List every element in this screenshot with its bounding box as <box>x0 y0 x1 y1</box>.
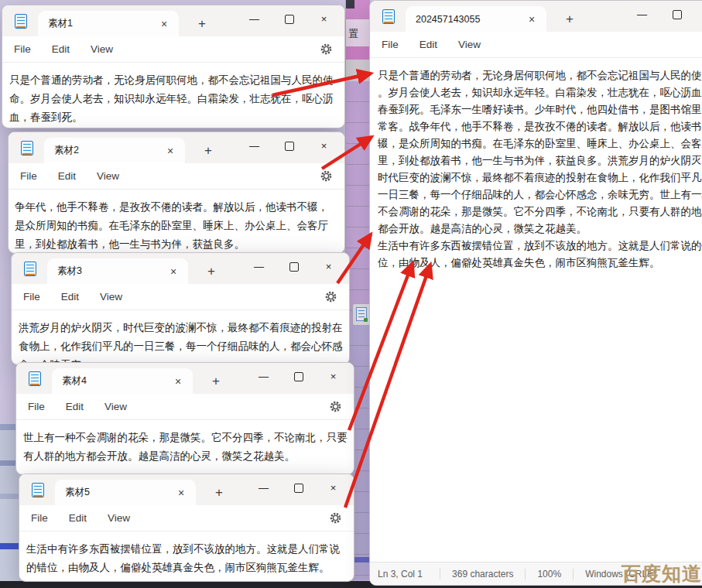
tab-bar: 素材5 × + — × <box>19 474 354 505</box>
menu-view[interactable]: View <box>458 39 481 50</box>
notepad-window-1: 素材1 × + — × File Edit View 只是个普通的劳动者，无论身… <box>2 5 345 128</box>
menu-edit[interactable]: Edit <box>61 291 79 303</box>
maximize-button[interactable] <box>276 253 311 280</box>
menu-view[interactable]: View <box>104 401 127 412</box>
maximize-button[interactable] <box>272 5 306 32</box>
window-controls: — × <box>241 253 346 280</box>
maximize-button[interactable] <box>659 1 694 28</box>
window-controls: — × <box>246 363 351 390</box>
new-tab-button[interactable]: + <box>190 11 214 36</box>
text-area[interactable]: 洪荒岁月的炉火阴灭，时代巨变的波澜不惊，最终都不着痕迹的投射在食物上，化作我们平… <box>12 310 349 365</box>
close-button[interactable]: × <box>316 363 351 390</box>
tab-title: 素材5 <box>65 486 174 499</box>
text-area[interactable]: 只是个普通的劳动者，无论身居何职何地，都不会忘记祖国与人民的使命。岁月会使人老去… <box>370 58 702 272</box>
tab[interactable]: 素材3 × <box>47 258 188 284</box>
baidu-zhidao-watermark: 百度知道 <box>622 561 702 586</box>
maximize-icon <box>673 10 682 19</box>
minimize-button[interactable]: — <box>246 363 281 390</box>
tab[interactable]: 素材1 × <box>38 11 179 36</box>
settings-gear-icon[interactable] <box>329 400 342 413</box>
text-area[interactable]: 只是个普通的劳动者，无论身居何职何地，都不会忘记祖国与人民的使命。岁月会使人老去… <box>2 63 344 127</box>
maximize-icon <box>294 484 303 493</box>
menu-file[interactable]: File <box>31 512 48 524</box>
merged-paragraph: 只是个普通的劳动者，无论身居何职何地，都不会忘记祖国与人民的使命。岁月会使人老去… <box>378 67 702 238</box>
new-tab-button[interactable]: + <box>197 138 220 163</box>
close-button[interactable]: × <box>306 132 341 159</box>
menu-view[interactable]: View <box>91 43 113 55</box>
new-tab-button[interactable]: + <box>558 6 581 32</box>
menu-bar: File Edit View <box>2 36 344 63</box>
tab-bar: 素材3 × + — × <box>12 253 349 284</box>
menu-bar: File Edit View <box>370 32 702 58</box>
close-button[interactable]: × <box>316 474 351 501</box>
tab-bar: 素材1 × + — × <box>2 5 344 36</box>
menu-file[interactable]: File <box>28 401 45 412</box>
text-area[interactable]: 争年代，他手不释卷，是孜孜不倦的读者。解放以后，他读书不辍，是众所周知的书痴。在… <box>9 190 344 254</box>
new-tab-button[interactable]: + <box>204 368 228 394</box>
new-tab-button[interactable]: + <box>207 480 231 505</box>
menu-view[interactable]: View <box>108 512 130 524</box>
status-zoom-level[interactable]: 100% <box>525 569 573 579</box>
maximize-icon <box>285 15 294 24</box>
notepad-icon <box>21 141 33 156</box>
document-icon <box>356 307 367 321</box>
tab[interactable]: 202457143055 × <box>406 6 546 32</box>
maximize-icon <box>289 262 299 272</box>
text-area[interactable]: 生活中有许多东西被摆错位置，放到不该放的地方。这就是人们常说的错位，由物及人，偏… <box>19 532 354 577</box>
tab[interactable]: 素材2 × <box>44 138 185 163</box>
minimize-button[interactable]: — <box>237 132 272 159</box>
menu-view[interactable]: View <box>97 170 119 182</box>
menu-bar: File Edit View <box>9 163 344 190</box>
notepad-icon <box>32 483 44 497</box>
settings-gear-icon[interactable] <box>320 43 333 56</box>
menu-view[interactable]: View <box>100 291 122 303</box>
minimize-button[interactable]: — <box>246 474 281 501</box>
tab-title: 素材3 <box>57 265 166 278</box>
menu-edit[interactable]: Edit <box>58 170 76 182</box>
menu-file[interactable]: File <box>20 170 37 182</box>
window-controls: — × <box>246 474 351 501</box>
menu-file[interactable]: File <box>382 39 399 50</box>
tab-close-icon[interactable]: × <box>157 18 171 30</box>
menu-edit[interactable]: Edit <box>66 401 84 412</box>
notepad-icon <box>382 9 395 24</box>
minimize-button[interactable]: — <box>241 253 276 280</box>
maximize-button[interactable] <box>281 363 316 390</box>
notepad-window-merged: 202457143055 × + — × File Edit View 只是个普… <box>369 0 702 586</box>
tab[interactable]: 素材4 × <box>52 368 193 394</box>
menu-file[interactable]: File <box>14 43 31 55</box>
menu-bar: File Edit View <box>12 284 349 310</box>
menu-bar: File Edit View <box>19 505 354 532</box>
settings-gear-icon[interactable] <box>329 511 342 525</box>
status-cursor-position: Ln 3, Col 1 <box>370 569 440 579</box>
tab-bar: 202457143055 × + — × <box>370 1 702 32</box>
menu-edit[interactable]: Edit <box>52 43 70 55</box>
tab-close-icon[interactable]: × <box>525 13 539 26</box>
minimize-button[interactable]: — <box>237 5 272 32</box>
menu-file[interactable]: File <box>23 291 40 303</box>
new-tab-button[interactable]: + <box>200 258 223 284</box>
tab-title: 素材4 <box>62 374 171 388</box>
spreadsheet-cell <box>346 60 370 82</box>
text-area[interactable]: 世上有一种不会凋谢的花朵，那是微笑。它不分四季，不论南北，只要有人群的地方都会开… <box>16 420 354 466</box>
close-button[interactable]: × <box>311 253 346 280</box>
window-controls: — × <box>237 132 341 159</box>
tab-close-icon[interactable]: × <box>163 145 177 157</box>
tab-close-icon[interactable]: × <box>174 487 188 499</box>
tab-close-icon[interactable]: × <box>171 375 185 388</box>
close-button[interactable]: × <box>306 5 341 32</box>
settings-gear-icon[interactable] <box>324 290 337 303</box>
spreadsheet-cell-label: 置 <box>346 19 370 46</box>
menu-edit[interactable]: Edit <box>419 39 437 50</box>
maximize-button[interactable] <box>272 132 306 159</box>
menu-edit[interactable]: Edit <box>69 512 87 524</box>
tab-close-icon[interactable]: × <box>166 265 180 278</box>
spreadsheet-cell <box>346 46 370 60</box>
tab[interactable]: 素材5 × <box>55 480 196 505</box>
maximize-button[interactable] <box>281 474 316 501</box>
close-button[interactable]: × <box>694 1 702 28</box>
notepad-window-3: 素材3 × + — × File Edit View 洪荒岁月的炉火阴灭，时代巨… <box>11 252 350 365</box>
tab-title: 素材1 <box>48 17 157 30</box>
minimize-button[interactable]: — <box>625 1 659 28</box>
settings-gear-icon[interactable] <box>320 169 333 183</box>
